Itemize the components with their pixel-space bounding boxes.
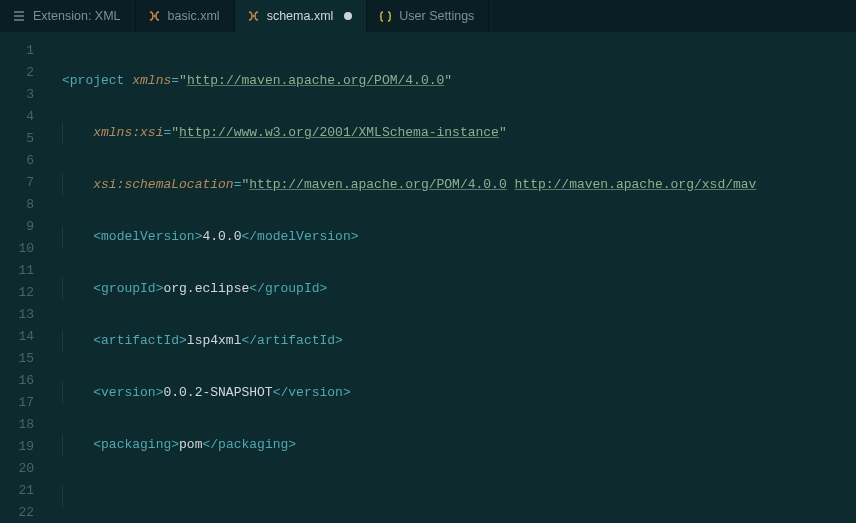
xml-file-icon	[247, 10, 260, 23]
line-number: 4	[0, 106, 48, 128]
tab-label: schema.xml	[267, 9, 334, 23]
tab-label: User Settings	[399, 9, 474, 23]
tabs-bar: Extension: XML basic.xml schema.xml User…	[0, 0, 856, 32]
line-number: 16	[0, 370, 48, 392]
line-number: 12	[0, 282, 48, 304]
line-number: 19	[0, 436, 48, 458]
line-number: 15	[0, 348, 48, 370]
svg-point-4	[252, 15, 254, 17]
code-area[interactable]: <project xmlns="http://maven.apache.org/…	[48, 32, 856, 523]
tab-label: Extension: XML	[33, 9, 121, 23]
line-number: 17	[0, 392, 48, 414]
line-number: 10	[0, 238, 48, 260]
tab-user-settings[interactable]: User Settings	[367, 0, 489, 32]
line-number: 7	[0, 172, 48, 194]
line-number: 22	[0, 502, 48, 523]
tab-basic-xml[interactable]: basic.xml	[136, 0, 235, 32]
tab-label: basic.xml	[168, 9, 220, 23]
json-file-icon	[379, 10, 392, 23]
line-number: 1	[0, 40, 48, 62]
line-number: 11	[0, 260, 48, 282]
tab-extension-xml[interactable]: Extension: XML	[0, 0, 136, 32]
editor: 1 2 3 4 5 6 7 8 9 10 11 12 13 14 15 16 1…	[0, 32, 856, 523]
line-number: 21	[0, 480, 48, 502]
xml-file-icon	[148, 10, 161, 23]
line-number: 8	[0, 194, 48, 216]
menu-icon	[12, 9, 26, 23]
line-number: 18	[0, 414, 48, 436]
line-number: 6	[0, 150, 48, 172]
line-number: 3	[0, 84, 48, 106]
line-number: 5	[0, 128, 48, 150]
tab-schema-xml[interactable]: schema.xml	[235, 0, 368, 32]
line-number: 2	[0, 62, 48, 84]
dirty-indicator-icon	[344, 12, 352, 20]
line-number: 9	[0, 216, 48, 238]
line-number: 14	[0, 326, 48, 348]
line-number: 13	[0, 304, 48, 326]
line-number: 20	[0, 458, 48, 480]
line-number-gutter: 1 2 3 4 5 6 7 8 9 10 11 12 13 14 15 16 1…	[0, 32, 48, 523]
svg-point-3	[153, 15, 155, 17]
